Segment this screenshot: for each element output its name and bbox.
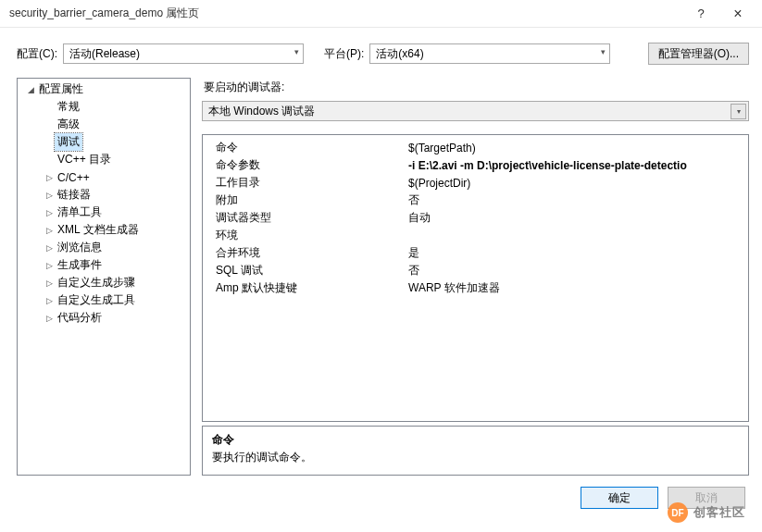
chevron-down-icon[interactable]: ▾ — [731, 104, 746, 119]
grid-row[interactable]: Amp 默认快捷键WARP 软件加速器 — [203, 279, 748, 297]
watermark-badge: DF — [668, 502, 688, 523]
grid-row[interactable]: 环境 — [203, 227, 748, 244]
grid-row[interactable]: 合并环境是 — [203, 244, 748, 262]
config-value: 活动(Release) — [69, 46, 140, 62]
ok-button[interactable]: 确定 — [581, 487, 658, 509]
grid-label: 环境 — [203, 228, 406, 243]
tree-item-label: 生成事件 — [55, 256, 105, 274]
tree-item-label: 调试 — [55, 133, 82, 151]
grid-value[interactable]: WARP 软件加速器 — [406, 280, 748, 296]
tree-item-label: 常规 — [55, 98, 82, 116]
config-manager-button[interactable]: 配置管理器(O)... — [648, 43, 749, 65]
tree-item[interactable]: 高级 — [18, 116, 190, 133]
tree-item-label: VC++ 目录 — [55, 151, 114, 168]
grid-row[interactable]: SQL 调试否 — [203, 262, 748, 279]
triangle-right-icon[interactable]: ▷ — [44, 278, 55, 288]
grid-label: 调试器类型 — [203, 210, 406, 226]
ok-label: 确定 — [608, 490, 631, 506]
platform-combo[interactable]: 活动(x64) ▾ — [369, 43, 610, 64]
tree-item-label: C/C++ — [55, 170, 93, 185]
config-label: 配置(C): — [17, 46, 57, 62]
tree-root[interactable]: ◢ 配置属性 — [18, 80, 190, 98]
platform-label: 平台(P): — [324, 46, 364, 62]
grid-label: Amp 默认快捷键 — [203, 280, 406, 296]
tree-item[interactable]: VC++ 目录 — [18, 151, 190, 168]
config-combo[interactable]: 活动(Release) ▾ — [63, 43, 304, 64]
tree-item-label: 自定义生成工具 — [55, 291, 138, 309]
tree-item[interactable]: ▷代码分析 — [18, 309, 190, 327]
grid-value[interactable]: $(ProjectDir) — [406, 177, 748, 190]
triangle-right-icon[interactable]: ▷ — [44, 191, 55, 200]
tree-item-label: XML 文档生成器 — [55, 221, 142, 239]
watermark-text: 创客社区 — [693, 504, 745, 521]
tree-item-label: 高级 — [55, 116, 82, 133]
grid-label: SQL 调试 — [203, 263, 406, 278]
tree-item[interactable]: ▷链接器 — [18, 186, 190, 204]
tree-item-label: 浏览信息 — [55, 239, 105, 256]
tree-item[interactable]: 常规 — [18, 98, 190, 116]
grid-value[interactable]: $(TargetPath) — [406, 142, 748, 155]
tree-item[interactable]: ▷自定义生成步骤 — [18, 274, 190, 291]
grid-row[interactable]: 调试器类型自动 — [203, 209, 748, 227]
triangle-right-icon[interactable]: ▷ — [44, 173, 55, 182]
help-button[interactable]: ? — [682, 6, 719, 20]
config-manager-label: 配置管理器(O)... — [658, 46, 739, 62]
body: ◢ 配置属性 常规高级调试VC++ 目录▷C/C++▷链接器▷清单工具▷XML … — [0, 78, 762, 476]
tree-item-label: 自定义生成步骤 — [55, 274, 138, 291]
grid-row[interactable]: 附加否 — [203, 192, 748, 209]
property-grid[interactable]: 命令$(TargetPath)命令参数-i E:\2.avi -m D:\pro… — [202, 134, 749, 422]
debugger-label: 要启动的调试器: — [202, 78, 749, 97]
tree-item[interactable]: ▷清单工具 — [18, 204, 190, 221]
grid-value[interactable]: 自动 — [406, 210, 748, 226]
right-pane: 要启动的调试器: 本地 Windows 调试器 ▾ 命令$(TargetPath… — [202, 78, 749, 476]
triangle-right-icon[interactable]: ▷ — [44, 243, 55, 253]
grid-value[interactable]: 否 — [406, 192, 748, 208]
debugger-combo[interactable]: 本地 Windows 调试器 ▾ — [202, 101, 749, 121]
toolbar: 配置(C): 活动(Release) ▾ 平台(P): 活动(x64) ▾ 配置… — [0, 28, 762, 78]
tree-item-label: 清单工具 — [55, 204, 105, 221]
grid-label: 附加 — [203, 192, 406, 208]
tree-item[interactable]: ▷生成事件 — [18, 256, 190, 274]
tree[interactable]: ◢ 配置属性 常规高级调试VC++ 目录▷C/C++▷链接器▷清单工具▷XML … — [17, 78, 191, 476]
triangle-right-icon[interactable]: ▷ — [44, 261, 55, 270]
chevron-down-icon: ▾ — [294, 47, 299, 56]
tree-root-label: 配置属性 — [36, 80, 86, 98]
triangle-down-icon[interactable]: ◢ — [25, 85, 36, 94]
tree-item-label: 代码分析 — [55, 309, 105, 327]
debugger-value: 本地 Windows 调试器 — [208, 104, 315, 119]
grid-label: 命令参数 — [203, 157, 406, 173]
tree-item[interactable]: ▷自定义生成工具 — [18, 291, 190, 309]
grid-value[interactable]: -i E:\2.avi -m D:\project\vehicle-licens… — [406, 159, 748, 172]
platform-value: 活动(x64) — [376, 46, 423, 62]
grid-label: 命令 — [203, 140, 406, 155]
description-body: 要执行的调试命令。 — [212, 450, 739, 465]
grid-value[interactable]: 是 — [406, 245, 748, 261]
description-title: 命令 — [212, 432, 739, 448]
description-pane: 命令 要执行的调试命令。 — [202, 426, 749, 476]
tree-item[interactable]: ▷浏览信息 — [18, 239, 190, 256]
grid-value[interactable]: 否 — [406, 263, 748, 278]
triangle-right-icon[interactable]: ▷ — [44, 208, 55, 217]
triangle-right-icon[interactable]: ▷ — [44, 314, 55, 323]
grid-row[interactable]: 工作目录$(ProjectDir) — [203, 174, 748, 192]
titlebar: security_barrier_camera_demo 属性页 ? × — [0, 0, 762, 28]
tree-item[interactable]: 调试 — [18, 133, 190, 151]
tree-item-label: 链接器 — [55, 186, 94, 204]
grid-row[interactable]: 命令$(TargetPath) — [203, 139, 748, 156]
tree-item[interactable]: ▷XML 文档生成器 — [18, 221, 190, 239]
grid-label: 合并环境 — [203, 245, 406, 261]
grid-row[interactable]: 命令参数-i E:\2.avi -m D:\project\vehicle-li… — [203, 156, 748, 174]
footer: 确定 取消 — [0, 476, 762, 509]
close-button[interactable]: × — [719, 6, 756, 22]
triangle-right-icon[interactable]: ▷ — [44, 226, 55, 235]
grid-label: 工作目录 — [203, 175, 406, 191]
window-title: security_barrier_camera_demo 属性页 — [9, 6, 682, 21]
tree-item[interactable]: ▷C/C++ — [18, 168, 190, 186]
triangle-right-icon[interactable]: ▷ — [44, 296, 55, 305]
chevron-down-icon: ▾ — [601, 47, 606, 56]
watermark: DF 创客社区 — [668, 502, 745, 523]
